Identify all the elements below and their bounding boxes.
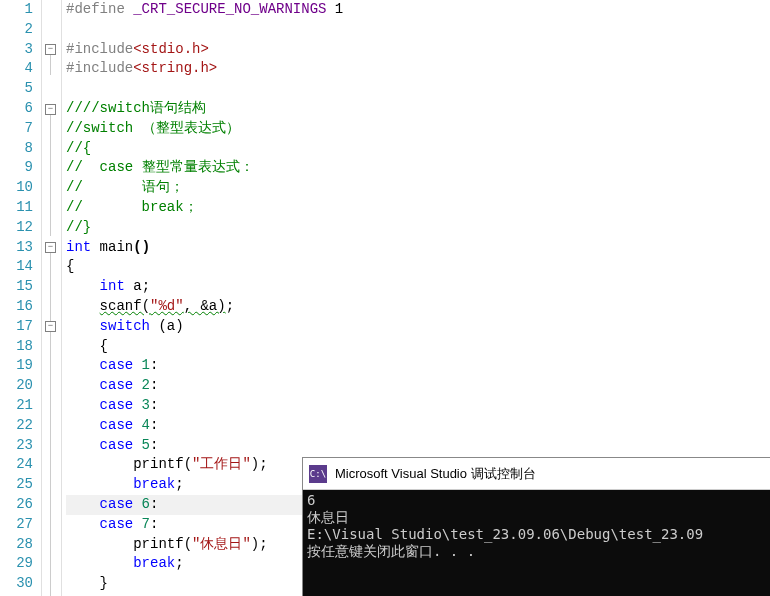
func-call: scanf bbox=[100, 298, 142, 314]
func-call: printf bbox=[133, 536, 183, 552]
line-number: 8 bbox=[0, 139, 33, 159]
console-title-text: Microsoft Visual Studio 调试控制台 bbox=[335, 465, 536, 483]
console-output[interactable]: 6休息日E:\Visual Studio\test_23.09.06\Debug… bbox=[303, 490, 770, 562]
line-number: 7 bbox=[0, 119, 33, 139]
keyword: case bbox=[100, 496, 134, 512]
brace: { bbox=[66, 258, 74, 274]
fold-toggle[interactable]: − bbox=[45, 104, 56, 115]
line-number: 29 bbox=[0, 554, 33, 574]
line-number: 6 bbox=[0, 99, 33, 119]
paren: () bbox=[133, 239, 150, 255]
code-line[interactable]: case 3: bbox=[66, 396, 770, 416]
code-line[interactable]: { bbox=[66, 257, 770, 277]
code-line[interactable]: case 2: bbox=[66, 376, 770, 396]
string: "休息日" bbox=[192, 536, 251, 552]
code-line[interactable]: ////switch语句结构 bbox=[66, 99, 770, 119]
code-line[interactable]: // case 整型常量表达式： bbox=[66, 158, 770, 178]
keyword: case bbox=[100, 397, 134, 413]
keyword: case bbox=[100, 357, 134, 373]
type: int bbox=[66, 239, 91, 255]
debug-console-window[interactable]: C:\ Microsoft Visual Studio 调试控制台 6休息日E:… bbox=[302, 457, 770, 596]
code-line[interactable]: case 4: bbox=[66, 416, 770, 436]
line-number: 17 bbox=[0, 317, 33, 337]
console-line: E:\Visual Studio\test_23.09.06\Debug\tes… bbox=[307, 526, 766, 543]
comment: ////switch语句结构 bbox=[66, 100, 206, 116]
console-titlebar[interactable]: C:\ Microsoft Visual Studio 调试控制台 bbox=[303, 458, 770, 490]
console-line: 按任意键关闭此窗口. . . bbox=[307, 543, 766, 560]
comment: // case 整型常量表达式： bbox=[66, 159, 254, 175]
fold-guide bbox=[50, 253, 51, 596]
code-line[interactable]: //{ bbox=[66, 139, 770, 159]
code-line[interactable]: // break； bbox=[66, 198, 770, 218]
code-line[interactable]: #include<string.h> bbox=[66, 59, 770, 79]
number: 6 bbox=[133, 496, 150, 512]
keyword: case bbox=[100, 516, 134, 532]
line-number: 9 bbox=[0, 158, 33, 178]
console-line: 6 bbox=[307, 492, 766, 509]
include-path: <string.h> bbox=[133, 60, 217, 76]
comment: //switch （整型表达式） bbox=[66, 120, 240, 136]
code-line[interactable]: #define _CRT_SECURE_NO_WARNINGS 1 bbox=[66, 0, 770, 20]
line-number: 14 bbox=[0, 257, 33, 277]
code-line[interactable]: int a; bbox=[66, 277, 770, 297]
code-line[interactable]: switch (a) bbox=[66, 317, 770, 337]
console-icon: C:\ bbox=[309, 465, 327, 483]
code-line[interactable]: int main() bbox=[66, 238, 770, 258]
fold-toggle[interactable]: − bbox=[45, 242, 56, 253]
console-line: 休息日 bbox=[307, 509, 766, 526]
keyword: switch bbox=[100, 318, 150, 334]
line-number: 13 bbox=[0, 238, 33, 258]
comment: // break； bbox=[66, 199, 198, 215]
number: 4 bbox=[133, 417, 150, 433]
comment: //} bbox=[66, 219, 91, 235]
keyword: break bbox=[133, 555, 175, 571]
code-line[interactable]: { bbox=[66, 337, 770, 357]
code-line[interactable]: // 语句； bbox=[66, 178, 770, 198]
fold-column: − − − − bbox=[42, 0, 62, 596]
number: 2 bbox=[133, 377, 150, 393]
keyword: break bbox=[133, 476, 175, 492]
func-name: main bbox=[91, 239, 133, 255]
line-number: 20 bbox=[0, 376, 33, 396]
line-number: 1 bbox=[0, 0, 33, 20]
line-number: 16 bbox=[0, 297, 33, 317]
macro-name: _CRT_SECURE_NO_WARNINGS bbox=[133, 1, 326, 17]
string: "工作日" bbox=[192, 456, 251, 472]
keyword: case bbox=[100, 377, 134, 393]
line-number: 26 bbox=[0, 495, 33, 515]
number: 3 bbox=[133, 397, 150, 413]
text: 1 bbox=[326, 1, 343, 17]
code-line[interactable]: #include<stdio.h> bbox=[66, 40, 770, 60]
code-line[interactable]: //switch （整型表达式） bbox=[66, 119, 770, 139]
text: a; bbox=[125, 278, 150, 294]
line-number: 27 bbox=[0, 515, 33, 535]
line-number: 28 bbox=[0, 535, 33, 555]
comment: //{ bbox=[66, 140, 91, 156]
line-number: 25 bbox=[0, 475, 33, 495]
line-number: 5 bbox=[0, 79, 33, 99]
line-number: 2 bbox=[0, 20, 33, 40]
line-number: 4 bbox=[0, 59, 33, 79]
line-number: 30 bbox=[0, 574, 33, 594]
func-call: printf bbox=[133, 456, 183, 472]
brace: } bbox=[66, 575, 108, 591]
include-path: <stdio.h> bbox=[133, 41, 209, 57]
code-line[interactable]: case 1: bbox=[66, 356, 770, 376]
number: 1 bbox=[133, 357, 150, 373]
code-line[interactable] bbox=[66, 20, 770, 40]
fold-toggle[interactable]: − bbox=[45, 44, 56, 55]
code-line[interactable]: scanf("%d", &a); bbox=[66, 297, 770, 317]
fold-toggle[interactable]: − bbox=[45, 321, 56, 332]
type: int bbox=[100, 278, 125, 294]
brace: { bbox=[66, 338, 108, 354]
string: "%d" bbox=[150, 298, 184, 314]
line-number: 21 bbox=[0, 396, 33, 416]
line-number: 11 bbox=[0, 198, 33, 218]
line-number: 23 bbox=[0, 436, 33, 456]
line-number: 18 bbox=[0, 337, 33, 357]
line-number-gutter: 1 2 3 4 5 6 7 8 9 10 11 12 13 14 15 16 1… bbox=[0, 0, 42, 596]
code-line[interactable]: //} bbox=[66, 218, 770, 238]
code-line[interactable] bbox=[66, 79, 770, 99]
code-line[interactable]: case 5: bbox=[66, 436, 770, 456]
fold-guide bbox=[50, 115, 51, 236]
